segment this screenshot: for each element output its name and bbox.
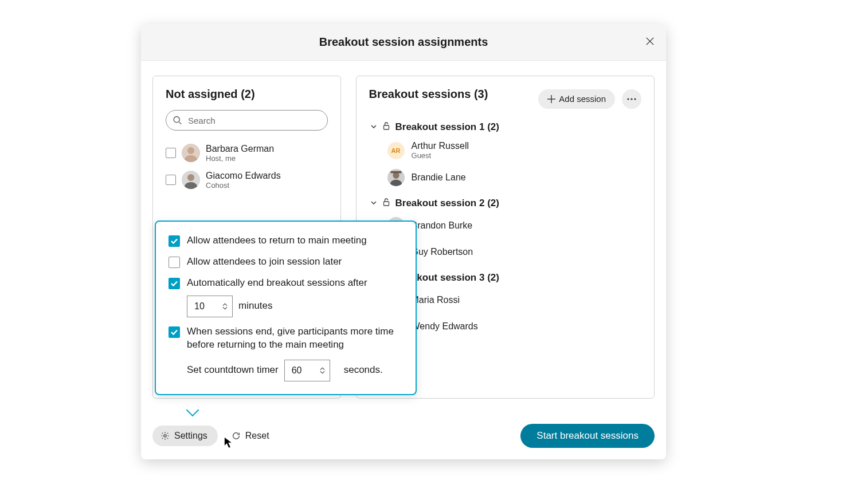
start-sessions-label: Start breakout sessions bbox=[536, 430, 639, 441]
svg-point-8 bbox=[187, 174, 194, 181]
svg-point-5 bbox=[187, 147, 194, 154]
avatar-initials: AR bbox=[387, 142, 405, 159]
member-name: Maria Rossi bbox=[412, 295, 460, 305]
dialog-header: Breakout session assignments bbox=[141, 24, 666, 61]
auto-end-minutes-value: 10 bbox=[194, 301, 205, 312]
svg-point-14 bbox=[634, 98, 636, 100]
member-name: Wendy Edwards bbox=[412, 321, 478, 332]
more-icon bbox=[627, 98, 636, 100]
session-member-row: Guy Robertson bbox=[387, 239, 641, 265]
session-group: Breakout session 1 (2) AR Arthur Russell… bbox=[369, 118, 641, 191]
member-name: Brandie Lane bbox=[412, 172, 466, 183]
unassigned-person-row: Barbara German Host, me bbox=[166, 140, 328, 167]
person-name: Barbara German bbox=[206, 143, 274, 154]
reset-label: Reset bbox=[245, 431, 269, 441]
reset-button[interactable]: Reset bbox=[232, 431, 269, 441]
svg-point-12 bbox=[627, 98, 629, 100]
member-name: Arthur Russell bbox=[412, 141, 469, 151]
person-checkbox[interactable] bbox=[166, 148, 176, 158]
countdown-checkbox[interactable] bbox=[169, 326, 180, 338]
svg-rect-20 bbox=[383, 202, 389, 206]
chevron-down-icon bbox=[369, 122, 378, 132]
svg-line-3 bbox=[179, 122, 181, 124]
svg-rect-19 bbox=[390, 171, 401, 174]
countdown-seconds-input[interactable]: 60 bbox=[284, 360, 330, 381]
member-role: Guest bbox=[412, 151, 469, 160]
not-assigned-title: Not assigned (2) bbox=[166, 88, 328, 101]
countdown-label: When sessions end, give participants mor… bbox=[187, 325, 403, 352]
allow-return-label: Allow attendees to return to main meetin… bbox=[187, 234, 367, 247]
gear-icon bbox=[160, 431, 170, 440]
session-header[interactable]: Breakout session 1 (2) bbox=[369, 118, 641, 136]
auto-end-label: Automatically end breakout sessions afte… bbox=[187, 277, 403, 290]
auto-end-checkbox[interactable] bbox=[169, 278, 180, 289]
close-icon bbox=[646, 37, 654, 45]
unassigned-person-row: Giacomo Edwards Cohost bbox=[166, 167, 328, 194]
settings-button[interactable]: Settings bbox=[152, 426, 218, 446]
session-name: Breakout session 2 (2) bbox=[395, 198, 499, 209]
join-later-label: Allow attendees to join session later bbox=[187, 255, 342, 269]
unlock-icon bbox=[383, 122, 391, 132]
session-member-row: Maria Rossi bbox=[387, 287, 641, 313]
unlock-icon bbox=[383, 198, 391, 208]
avatar bbox=[387, 169, 405, 186]
search-icon bbox=[173, 116, 182, 125]
person-role: Host, me bbox=[206, 154, 274, 163]
join-later-checkbox[interactable] bbox=[169, 257, 180, 268]
session-member-row: Wendy Edwards bbox=[387, 313, 641, 340]
settings-popover: Allow attendees to return to main meetin… bbox=[155, 220, 417, 395]
search-wrap bbox=[166, 110, 328, 131]
close-button[interactable] bbox=[644, 37, 656, 48]
member-name: Guy Robertson bbox=[412, 247, 473, 257]
svg-point-13 bbox=[630, 98, 632, 100]
person-role: Cohost bbox=[206, 181, 281, 190]
start-sessions-button[interactable]: Start breakout sessions bbox=[520, 424, 655, 448]
more-options-button[interactable] bbox=[622, 89, 641, 109]
countdown-unit: seconds. bbox=[344, 364, 383, 377]
session-member-row: AR Arthur Russell Guest bbox=[387, 136, 641, 164]
countdown-prefix: Set countdtown timer bbox=[187, 364, 279, 377]
spinner-arrows-icon[interactable] bbox=[222, 303, 228, 310]
plus-icon bbox=[547, 95, 555, 103]
allow-return-checkbox[interactable] bbox=[169, 235, 180, 247]
session-member-row: Brandie Lane bbox=[387, 164, 641, 191]
search-input[interactable] bbox=[166, 110, 328, 131]
spinner-arrows-icon[interactable] bbox=[320, 367, 325, 374]
add-session-label: Add session bbox=[559, 94, 606, 104]
session-name: Breakout session 1 (2) bbox=[395, 121, 499, 133]
person-name: Giacomo Edwards bbox=[206, 170, 281, 181]
sessions-title: Breakout sessions (3) bbox=[369, 88, 488, 101]
chevron-down-icon bbox=[369, 198, 378, 208]
person-checkbox[interactable] bbox=[166, 175, 176, 185]
avatar bbox=[182, 144, 200, 162]
refresh-icon bbox=[232, 431, 241, 440]
dialog-footer: Settings Reset Start breakout sessions bbox=[152, 424, 655, 448]
auto-end-minutes-input[interactable]: 10 bbox=[187, 296, 233, 317]
svg-point-26 bbox=[164, 435, 166, 437]
dialog-title: Breakout session assignments bbox=[319, 36, 488, 49]
avatar bbox=[182, 171, 200, 189]
add-session-button[interactable]: Add session bbox=[538, 89, 615, 109]
countdown-seconds-value: 60 bbox=[292, 365, 302, 376]
auto-end-unit: minutes bbox=[238, 300, 273, 313]
session-header[interactable]: Breakout session 2 (2) bbox=[369, 194, 641, 212]
svg-point-2 bbox=[174, 117, 179, 123]
settings-label: Settings bbox=[174, 431, 207, 441]
session-member-row: Brandon Burke bbox=[387, 212, 641, 239]
svg-rect-15 bbox=[383, 125, 389, 129]
member-name: Brandon Burke bbox=[412, 220, 473, 231]
